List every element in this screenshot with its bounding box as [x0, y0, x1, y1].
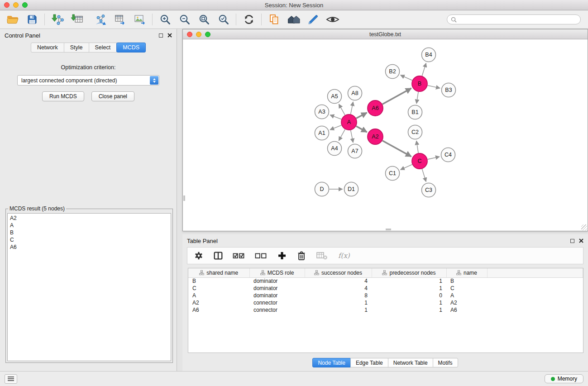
vertical-scrollbar-thumb[interactable]	[183, 195, 185, 201]
graph-node-mcds[interactable]: A2	[368, 129, 383, 144]
close-window-button[interactable]	[4, 2, 10, 8]
graph-node[interactable]: A1	[315, 126, 329, 140]
column-header[interactable]: shared name	[188, 268, 249, 277]
zoom-network-button[interactable]	[205, 32, 210, 37]
graph-node[interactable]: A8	[348, 86, 362, 100]
zoom-out-button[interactable]	[175, 11, 194, 28]
network-canvas[interactable]: B4B2BB3A5A8A6A3B1AC2A1A2A4A7C4CC1DD1C3	[183, 39, 588, 231]
mcds-result-item[interactable]: B	[10, 229, 168, 236]
zoom-window-button[interactable]	[22, 2, 28, 8]
graph-edge[interactable]	[339, 104, 345, 115]
save-session-button[interactable]	[22, 11, 42, 28]
open-document-button[interactable]	[264, 11, 284, 28]
graph-node[interactable]: A4	[328, 142, 342, 156]
graph-node[interactable]: C3	[422, 183, 436, 197]
close-panel-button[interactable]: Close panel	[91, 91, 134, 101]
search-input[interactable]	[459, 16, 577, 23]
run-mcds-button[interactable]: Run MCDS	[42, 91, 84, 101]
graph-edge[interactable]	[422, 169, 426, 181]
graph-edge[interactable]	[356, 126, 367, 132]
graph-node-mcds[interactable]: B	[412, 76, 427, 91]
zoom-fit-button[interactable]	[194, 11, 214, 28]
graph-edge[interactable]	[356, 113, 367, 119]
graph-edge[interactable]	[330, 125, 341, 130]
float-table-panel-icon[interactable]	[570, 239, 574, 243]
column-header[interactable]: MCDS role	[249, 268, 305, 277]
mcds-result-item[interactable]: A2	[10, 214, 168, 222]
mcds-result-item[interactable]: C	[10, 236, 168, 243]
home-button[interactable]	[284, 11, 303, 28]
zoom-in-button[interactable]	[155, 11, 175, 28]
table-row[interactable]: Bdominator41B	[188, 277, 583, 285]
graph-edge[interactable]	[416, 141, 418, 153]
graph-edge[interactable]	[428, 86, 440, 88]
graph-edge[interactable]	[382, 141, 411, 157]
eye-button[interactable]	[323, 11, 342, 28]
minimize-window-button[interactable]	[13, 2, 19, 8]
graph-node[interactable]: C4	[441, 148, 455, 162]
graph-edge[interactable]	[401, 164, 412, 170]
export-table-button[interactable]	[110, 11, 130, 28]
tab-edge-table[interactable]: Edge Table	[350, 358, 388, 367]
column-header[interactable]: name	[446, 268, 487, 277]
graph-edge[interactable]	[330, 115, 341, 119]
graph-node[interactable]: B1	[408, 105, 422, 119]
tab-network[interactable]: Network	[31, 43, 64, 52]
delete-table-button[interactable]	[315, 249, 329, 262]
style-brush-button[interactable]	[303, 11, 323, 28]
graph-node[interactable]: A7	[348, 144, 362, 158]
zoom-selected-button[interactable]	[214, 11, 233, 28]
dropdown-stepper-icon[interactable]	[150, 76, 158, 85]
column-header[interactable]: successor nodes	[305, 268, 372, 277]
horizontal-scrollbar-thumb[interactable]	[386, 229, 391, 230]
import-network-button[interactable]	[48, 11, 67, 28]
add-column-button[interactable]	[276, 249, 288, 262]
graph-node[interactable]: B2	[386, 65, 400, 79]
table-row[interactable]: Adominator80A	[188, 292, 583, 299]
deselect-all-button[interactable]	[254, 249, 268, 262]
memory-button[interactable]: Memory	[545, 374, 583, 383]
open-session-button[interactable]	[3, 11, 22, 28]
graph-edge[interactable]	[351, 102, 354, 114]
tab-style[interactable]: Style	[64, 43, 89, 52]
tab-motifs[interactable]: Motifs	[433, 358, 458, 367]
tab-node-table[interactable]: Node Table	[312, 358, 351, 367]
close-network-button[interactable]	[187, 32, 192, 37]
graph-edge[interactable]	[416, 92, 418, 104]
minimize-network-button[interactable]	[196, 32, 201, 37]
close-panel-icon[interactable]	[167, 33, 172, 38]
graph-node-mcds[interactable]: A6	[368, 100, 383, 116]
tab-select[interactable]: Select	[89, 43, 117, 52]
graph-edge[interactable]	[401, 75, 412, 81]
float-panel-icon[interactable]	[159, 33, 163, 38]
graph-node[interactable]: C2	[408, 125, 422, 139]
column-header[interactable]: predecessor nodes	[372, 268, 446, 277]
graph-node[interactable]: B4	[422, 48, 436, 62]
optimization-dropdown[interactable]: largest connected component (directed)	[17, 75, 159, 86]
graph-edge[interactable]	[351, 130, 354, 143]
tab-network-table[interactable]: Network Table	[388, 358, 433, 367]
export-network-button[interactable]	[91, 11, 110, 28]
graph-node-mcds[interactable]: A	[341, 114, 357, 130]
graph-node[interactable]: A3	[315, 105, 329, 119]
task-history-button[interactable]	[5, 374, 17, 384]
table-row[interactable]: A6connector11A6	[188, 306, 583, 314]
graph-node[interactable]: D1	[344, 182, 359, 196]
export-image-button[interactable]	[130, 11, 149, 28]
graph-node[interactable]: C1	[386, 167, 400, 181]
close-table-panel-icon[interactable]	[579, 238, 583, 243]
graph-node[interactable]: A5	[328, 90, 342, 104]
graph-edge[interactable]	[339, 129, 345, 141]
graph-edge[interactable]	[382, 88, 411, 104]
mcds-result-list[interactable]: A2ABCA6	[7, 213, 171, 361]
mcds-result-item[interactable]: A	[10, 222, 168, 229]
graph-node-mcds[interactable]: C	[412, 153, 427, 169]
graph-node[interactable]: B3	[442, 83, 456, 97]
import-table-button[interactable]	[67, 11, 86, 28]
graph-node[interactable]: D	[315, 182, 329, 196]
table-row[interactable]: Cdominator41C	[188, 285, 583, 292]
graph-edge[interactable]	[428, 157, 440, 159]
resize-grip[interactable]	[581, 224, 587, 230]
table-row[interactable]: A2connector11A2	[188, 299, 583, 306]
tab-mcds[interactable]: MCDS	[116, 43, 146, 52]
